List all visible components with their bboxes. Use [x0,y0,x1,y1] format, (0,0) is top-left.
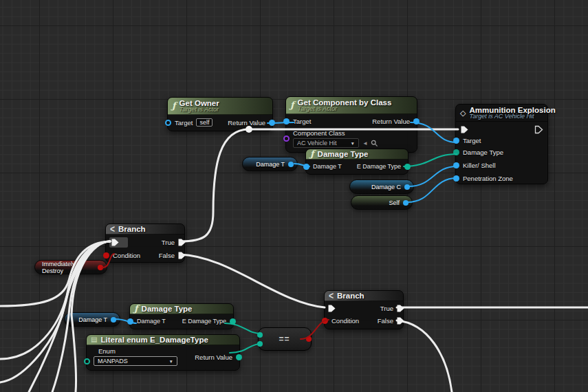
use-asset-arrow-icon[interactable]: ◄ [362,140,368,146]
exec-out-pin[interactable] [534,125,543,134]
enum-value-dropdown[interactable]: MANPADS ▼ [94,356,177,366]
damage-type-input-pin[interactable] [453,149,459,155]
function-icon: ƒ [290,102,294,109]
compare-input-a-pin[interactable] [257,332,263,338]
node-header: ƒ Damage Type [130,304,233,314]
node-header: < Branch [325,291,403,301]
compare-input-b-pin[interactable] [257,341,263,347]
condition-input-pin[interactable] [322,318,328,324]
variable-node-damage-c[interactable]: Damage C [349,179,414,194]
node-title: Damage Type [142,305,193,313]
e-damage-type-output-pin[interactable] [404,164,411,170]
e-damage-type-output-pin[interactable] [230,318,236,325]
dropdown-arrow-icon: ▼ [351,141,355,146]
variable-node-self[interactable]: Self [351,195,413,210]
node-ammunition-explosion[interactable]: ◇ Ammunition Explosion Target is AC Vehi… [455,104,548,184]
enum-input-pin[interactable] [84,358,90,364]
component-class-input-pin[interactable] [283,135,290,142]
wire-exec-branch2-false [397,320,452,392]
component-class-dropdown[interactable]: AC Vehicle Hit ▼ [293,138,359,148]
variable-output-pin[interactable] [404,184,410,190]
node-title: Literal enum E_DamageType [100,336,208,344]
function-icon: ƒ [310,151,314,157]
branch-icon: < [329,292,334,300]
false-exec-out-pin[interactable] [177,251,186,260]
variable-node-damage-t-bottom[interactable]: Damage T [64,312,120,327]
node-header: < Branch [106,224,184,235]
node-header: ƒ Get Component by Class Target is Actor [286,97,417,114]
exec-in-pin[interactable] [460,125,469,134]
function-icon: ƒ [172,102,176,109]
wire-self-to-penetration-zone [407,178,457,202]
variable-output-pin[interactable] [111,317,116,323]
variable-node-damage-t-top[interactable]: Damage T [242,157,298,171]
damage-t-input-pin[interactable] [127,318,133,325]
node-branch-right[interactable]: < Branch True Condition False [324,290,404,329]
variable-node-immediately-destroy[interactable]: Immediately Destroy [34,260,107,274]
browse-icon[interactable] [371,140,378,147]
node-equals[interactable]: == [258,327,312,351]
dropdown-arrow-icon: ▼ [169,359,173,364]
condition-input-pin[interactable] [103,252,109,259]
wire-damagetype-to-ammo-damagetype [404,154,457,166]
return-value-output-pin[interactable] [236,354,242,360]
exec-in-pin[interactable] [109,237,128,248]
node-damage-type-top[interactable]: ƒ Damage Type Damage T E Damage Type [305,149,409,175]
penetration-zone-input-pin[interactable] [453,175,459,182]
node-literal-enum-e-damagetype[interactable]: ▤ Literal enum E_DamageType Enum MANPADS… [86,334,240,371]
exec-in-pin[interactable] [327,304,336,313]
compare-result-pin[interactable] [306,336,312,342]
variable-output-pin[interactable] [98,265,103,270]
function-icon: ƒ [134,305,138,312]
wire-damagec-to-killer-shell [409,166,457,186]
node-header: ƒ Get Owner Target is Actor [168,98,272,115]
node-title: Branch [337,292,364,300]
node-damage-type-bottom[interactable]: ƒ Damage Type Damage T E Damage Type [129,303,234,329]
node-header: ƒ Damage Type [306,149,408,160]
killer-shell-input-pin[interactable] [453,162,459,168]
node-get-owner[interactable]: ƒ Get Owner Target is Actor Target self … [167,97,273,131]
target-input-pin[interactable] [165,120,171,126]
event-call-icon: ◇ [460,109,466,116]
return-value-output-pin[interactable] [413,118,420,124]
blueprint-graph-canvas[interactable]: ƒ Get Owner Target is Actor Target self … [0,0,588,392]
node-title: Damage Type [318,150,369,158]
damage-t-input-pin[interactable] [303,164,309,170]
node-header: ▤ Literal enum E_DamageType [87,335,239,345]
target-input-pin[interactable] [283,118,290,124]
false-exec-out-pin[interactable] [396,316,405,325]
self-value-box[interactable]: self [196,118,213,127]
node-subtitle: Target is Actor [179,106,219,113]
return-value-output-pin[interactable] [269,120,275,126]
node-get-component-by-class[interactable]: ƒ Get Component by Class Target is Actor… [285,96,417,153]
node-branch-left[interactable]: < Branch True Condition False [105,224,185,263]
true-exec-out-pin[interactable] [177,238,186,247]
variable-output-pin[interactable] [403,200,409,206]
wire-getcomponent-to-ammo-target [411,122,457,142]
branch-icon: < [110,225,115,233]
enum-literal-icon: ▤ [91,336,97,343]
true-exec-out-pin[interactable] [396,304,405,313]
node-header: ◇ Ammunition Explosion Target is AC Vehi… [456,105,547,122]
target-input-pin[interactable] [453,138,459,144]
wire-exec-branch-false-to-branch2 [180,254,325,307]
equals-operator: == [263,334,306,344]
variable-output-pin[interactable] [288,162,294,167]
node-title: Branch [118,225,146,233]
